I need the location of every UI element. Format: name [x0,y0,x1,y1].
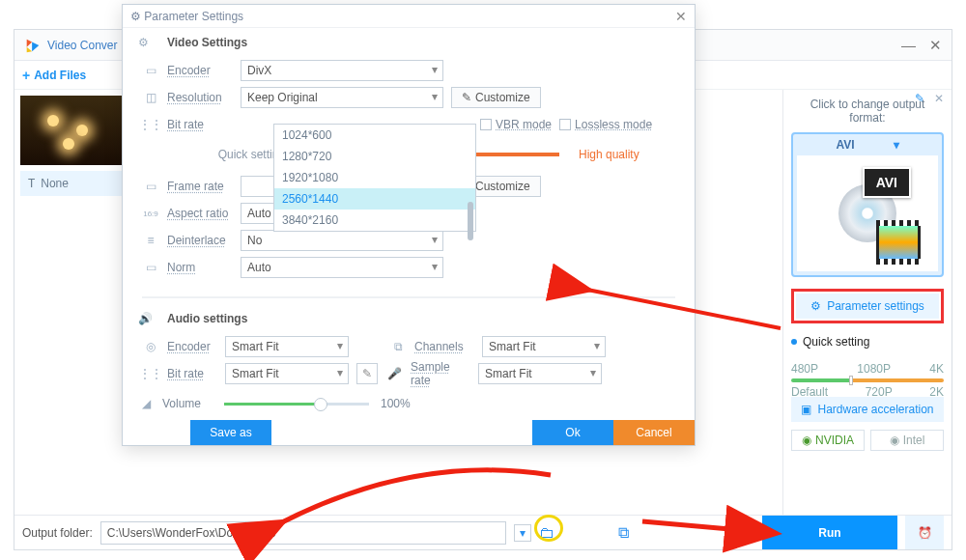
clock-icon: ⏰ [918,526,932,540]
aspect-icon: 16:9 [142,210,159,218]
folder-dropdown[interactable]: ▾ [514,524,531,542]
dialog-close-button[interactable]: ✕ [675,9,687,24]
norm-label: Norm [167,261,233,274]
audio-settings-heading: Audio settings [167,312,247,329]
subtitle-row[interactable]: T None [20,171,123,196]
resolution-option[interactable]: 1024*600 [274,125,475,146]
dialog-titlebar: ⚙ Parameter Settings ✕ [123,5,695,28]
channels-select[interactable] [482,336,606,357]
a-bitrate-select[interactable] [225,363,349,384]
chip-icon: ▣ [801,403,811,416]
sliders-icon: ⚙ [810,299,821,313]
gear-icon: ⚙ [130,10,141,23]
svg-marker-2 [27,46,32,51]
a-bitrate-label: Bit rate [167,367,217,380]
add-files-button[interactable]: + Add Files [22,68,86,83]
film-icon [876,223,921,262]
audio-icon: 🔊 [138,312,161,329]
output-panel: Click to change output format: AVI▾ AVI … [782,90,952,515]
bitrate-icon: ⋮⋮ [142,118,159,131]
quick-setting-header: Quick setting [791,335,944,349]
dialog-footer: Save as Ok Cancel [123,420,695,445]
norm-icon: ▭ [142,261,159,274]
close-button[interactable]: ✕ [929,38,942,52]
video-gear-icon: ⚙ [138,36,161,53]
intel-toggle[interactable]: ◉Intel [870,430,944,451]
save-as-button[interactable]: Save as [190,420,271,445]
open-folder-icon[interactable]: 🗀 [539,524,554,542]
channels-icon: ⧉ [389,340,407,353]
resolution-select[interactable] [241,87,443,108]
a-bitrate-edit-button[interactable]: ✎ [356,363,378,384]
aspect-label: Aspect ratio [167,207,233,220]
resolution-label: Resolution [167,91,233,104]
volume-value: 100% [381,397,411,410]
avi-badge: AVI [863,167,911,198]
svg-marker-0 [27,39,32,46]
quick-setting-label: Quick setting [142,148,285,161]
svg-marker-1 [32,42,39,51]
resolution-option[interactable]: 3840*2160 [274,210,475,231]
norm-select[interactable] [241,257,443,278]
samplerate-select[interactable] [478,363,602,384]
channels-label: Channels [414,340,474,353]
video-settings-heading: Video Settings [167,36,247,53]
hardware-accel-button[interactable]: ▣ Hardware acceleration [791,397,944,422]
intel-icon: ◉ [890,434,899,447]
app-logo-icon [24,37,42,54]
cancel-button[interactable]: Cancel [613,420,695,445]
format-label: AVI [836,138,854,152]
a-encoder-label: Encoder [167,340,217,353]
chevron-down-icon: ▾ [894,138,899,152]
dropdown-scrollbar[interactable] [468,202,473,240]
output-title: Click to change output format: [791,98,944,125]
minimize-button[interactable]: — [901,38,916,52]
bitrate-label: Bit rate [167,118,233,131]
output-folder-input[interactable] [100,521,506,545]
a-bitrate-icon: ⋮⋮ [142,367,159,380]
resolution-dropdown-list: 1024*600 1280*720 1920*1080 2560*1440 38… [273,124,476,232]
encoder-label: Encoder [167,64,233,77]
nvidia-toggle[interactable]: ◉NVIDIA [791,430,865,451]
scheduler-button[interactable]: ⏰ [905,516,944,549]
volume-label: Volume [162,397,213,410]
volume-slider[interactable] [224,403,369,406]
output-folder-label: Output folder: [22,526,93,540]
format-card[interactable]: AVI▾ AVI [791,132,944,277]
deinterlace-select[interactable] [241,230,443,251]
vbr-checkbox[interactable]: VBR mode [480,118,552,131]
encoder-select[interactable] [241,60,443,81]
dialog-title: Parameter Settings [144,10,243,23]
ok-button[interactable]: Ok [532,420,613,445]
nvidia-icon: ◉ [802,434,811,447]
quick-setting-slider[interactable]: 480P1080P4K Default720P2K [791,362,944,389]
high-quality-label: High quality [579,148,675,161]
bottom-bar: Output folder: ▾ 🗀 ⧉ Run ⏰ [14,515,952,549]
param-label: Parameter settings [827,299,924,313]
resolution-option[interactable]: 1920*1080 [274,167,475,188]
a-encoder-select[interactable] [225,336,349,357]
merge-icon[interactable]: ⧉ [618,524,629,542]
plus-icon: + [22,68,30,83]
text-icon: T [28,177,35,190]
volume-icon: ◢ [142,397,151,410]
resolution-option[interactable]: 1280*720 [274,146,475,167]
app-title: Video Conver [47,39,118,52]
framerate-icon: ▭ [142,180,159,193]
samplerate-icon: 🎤 [385,367,403,380]
run-button[interactable]: Run [762,516,897,549]
resolution-option-selected[interactable]: 2560*1440 [274,188,475,210]
add-files-label: Add Files [34,69,86,82]
encoder-icon: ▭ [142,64,159,77]
a-encoder-icon: ◎ [142,340,159,353]
deinterlace-icon: ≡ [142,234,159,247]
lossless-checkbox[interactable]: Lossless mode [559,118,652,131]
video-thumbnail[interactable] [20,96,123,165]
parameter-settings-highlight: ⚙ Parameter settings [791,289,944,323]
subtitle-label: None [41,177,69,190]
pencil-icon: ✎ [462,91,471,104]
deinterlace-label: Deinterlace [167,234,233,247]
parameter-settings-button[interactable]: ⚙ Parameter settings [796,294,939,319]
samplerate-label: Sample rate [411,360,470,387]
customize-resolution-button[interactable]: ✎Customize [451,87,541,108]
